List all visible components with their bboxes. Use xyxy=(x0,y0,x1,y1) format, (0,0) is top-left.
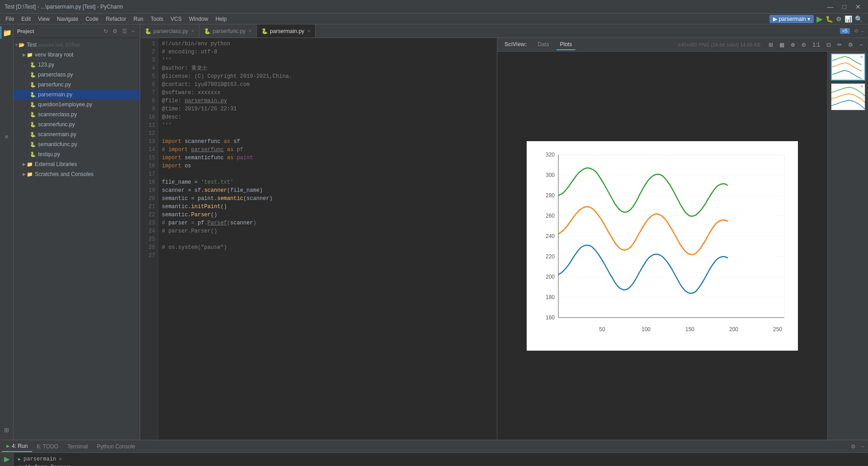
fit-btn[interactable]: ⊡ xyxy=(825,41,833,49)
table-btn[interactable]: ▦ xyxy=(778,41,786,49)
thumb-close-1[interactable]: ✕ xyxy=(860,55,863,59)
tab-parserclass[interactable]: 🐍 parserclass.py ✕ xyxy=(140,24,199,38)
tree-root-test[interactable]: ▾ 📂 Test sources root, D:\Test xyxy=(14,40,140,50)
grid-view-btn[interactable]: ⊞ xyxy=(767,41,775,49)
tab-close-parserclass[interactable]: ✕ xyxy=(191,29,194,33)
menu-tools[interactable]: Tools xyxy=(147,15,167,23)
close-btn[interactable]: ✕ xyxy=(853,3,863,10)
tree-parsermain[interactable]: 🐍 parsermain.py xyxy=(14,90,140,100)
tree-external-libs[interactable]: ▶ 📁 External Libraries xyxy=(14,159,140,169)
code-editor[interactable]: 1234567891011121314151617181920212223242… xyxy=(140,38,497,440)
menu-vcs[interactable]: VCS xyxy=(167,15,185,23)
bottom-minimize-btn[interactable]: − xyxy=(859,442,866,451)
tab-close-parserfunc[interactable]: ✕ xyxy=(248,29,252,33)
activity-bottom-icon[interactable]: ⊞ xyxy=(0,423,13,436)
bottom-settings-btn[interactable]: ⚙ xyxy=(849,442,858,451)
svg-text:200: 200 xyxy=(546,274,555,280)
tree-testqu[interactable]: 🐍 testqu.py xyxy=(14,149,140,159)
run-tab-close[interactable]: ✕ xyxy=(59,456,62,462)
code-lines-area: 1234567891011121314151617181920212223242… xyxy=(140,38,497,440)
svg-text:220: 220 xyxy=(546,253,555,260)
sidebar-actions: ↻ ⚙ ☰ − xyxy=(102,28,136,35)
tree-label-parserfunc: parserfunc.py xyxy=(38,81,71,88)
tab-parsermain[interactable]: 🐍 parsermain.py ✕ xyxy=(257,24,316,38)
run-play-btn[interactable]: ▶ xyxy=(4,455,9,463)
settings-icon[interactable]: ⚙ xyxy=(853,28,860,34)
menu-code[interactable]: Code xyxy=(82,15,102,23)
editor-area: 🐍 parserclass.py ✕ 🐍 parserfunc.py ✕ 🐍 p… xyxy=(140,24,868,440)
tab-parserfunc[interactable]: 🐍 parserfunc.py ✕ xyxy=(199,24,257,38)
menu-edit[interactable]: Edit xyxy=(18,15,34,23)
menu-file[interactable]: File xyxy=(2,15,18,23)
run-output: ▶ parsermain ✕ exit from Parser Process … xyxy=(14,453,868,466)
code-content[interactable]: #!/usr/bin/env python # encoding: utf-8 … xyxy=(158,38,497,440)
tree-label-scannerfunc: scannerfunc.py xyxy=(38,121,75,128)
menu-help[interactable]: Help xyxy=(212,15,231,23)
activity-structure-icon[interactable]: ≡ xyxy=(0,130,13,143)
bottom-tab-python-label: Python Console xyxy=(97,443,135,450)
chart-thumbnail-1[interactable]: ✕ xyxy=(831,53,865,81)
sidebar-refresh-btn[interactable]: ↻ xyxy=(102,28,109,35)
svg-text:160: 160 xyxy=(546,314,555,321)
tree-semanticfunc[interactable]: 🐍 semanticfunc.py xyxy=(14,139,140,149)
editor-minimize-icon[interactable]: − xyxy=(860,29,865,34)
editor-content-split: 1234567891011121314151617181920212223242… xyxy=(140,38,868,440)
tree-scratches[interactable]: ▶ 📁 Scratches and Consoles xyxy=(14,169,140,179)
menu-window[interactable]: Window xyxy=(185,15,212,23)
menu-refactor[interactable]: Refactor xyxy=(102,15,130,23)
sidebar-header: Project ↻ ⚙ ☰ − xyxy=(14,24,140,38)
bottom-tab-terminal[interactable]: Terminal xyxy=(63,442,92,452)
tree-scannerclass[interactable]: 🐍 scannerclass.py xyxy=(14,109,140,119)
tab-close-parsermain[interactable]: ✕ xyxy=(307,29,311,33)
color-picker-btn[interactable]: ✏ xyxy=(835,41,844,49)
tree-scannermain[interactable]: 🐍 scannermain.py xyxy=(14,129,140,139)
menu-navigate[interactable]: Navigate xyxy=(53,15,82,23)
tree-parserfunc[interactable]: 🐍 parserfunc.py xyxy=(14,80,140,90)
svg-text:150: 150 xyxy=(685,326,694,333)
tree-label-parserclass: parserclass.py xyxy=(38,71,73,78)
thumb-close-2[interactable]: ✕ xyxy=(860,84,864,89)
coverage-button[interactable]: ⚙ xyxy=(836,15,842,23)
chart-thumbnail-2[interactable]: ✕ xyxy=(831,83,865,110)
run-tab-icon: ▶ xyxy=(6,443,10,448)
debug-button[interactable]: 🐛 xyxy=(826,15,833,23)
zoom-out-btn[interactable]: ⊖ xyxy=(800,41,808,49)
svg-text:100: 100 xyxy=(642,326,651,333)
zoom-100-btn[interactable]: 1:1 xyxy=(811,41,822,49)
tree-label-test: Test sources root, D:\Test xyxy=(27,42,80,48)
tree-question1[interactable]: 🐍 question1employee.py xyxy=(14,100,140,109)
run-button[interactable]: ▶ xyxy=(816,14,823,24)
search-everywhere-button[interactable]: 🔍 xyxy=(855,15,863,23)
activity-project-icon[interactable]: 📁 xyxy=(0,26,13,39)
tree-scannerfunc[interactable]: 🐍 scannerfunc.py xyxy=(14,119,140,129)
run-config-selector[interactable]: ▶ parsermain ▾ xyxy=(769,15,814,23)
tree-parserclass[interactable]: 🐍 parserclass.py xyxy=(14,70,140,80)
sciview-settings-btn[interactable]: ⚙ xyxy=(846,41,855,49)
tree-arrow-scratches: ▶ xyxy=(23,172,26,176)
py-icon-semanticfunc: 🐍 xyxy=(30,142,36,147)
run-config-icon: ▶ xyxy=(18,456,21,462)
tree-venv[interactable]: ▶ 📁 venv library root xyxy=(14,50,140,60)
tree-123[interactable]: 🐍 123.py xyxy=(14,60,140,70)
minimize-btn[interactable]: — xyxy=(825,3,836,10)
svg-text:180: 180 xyxy=(546,294,555,300)
zoom-in-btn[interactable]: ⊕ xyxy=(789,41,797,49)
sciview-tab-data[interactable]: Data xyxy=(534,39,552,50)
bottom-tab-run[interactable]: ▶ 4: Run xyxy=(2,441,32,452)
menu-view[interactable]: View xyxy=(34,15,53,23)
tree-label-123: 123.py xyxy=(38,62,54,68)
sidebar-gear-btn[interactable]: ⚙ xyxy=(111,28,119,35)
bottom-tab-todo[interactable]: 6: TODO xyxy=(32,442,63,452)
svg-text:240: 240 xyxy=(546,233,555,239)
bookmark-badge: ≡5 xyxy=(840,28,849,34)
sciview-minimize-btn[interactable]: − xyxy=(858,41,864,49)
sidebar-layout-btn[interactable]: ☰ xyxy=(121,28,128,35)
sidebar-minimize-btn[interactable]: − xyxy=(130,28,136,35)
sciview-tab-plots[interactable]: Plots xyxy=(557,39,576,50)
maximize-btn[interactable]: □ xyxy=(840,3,849,10)
tab-icon-parserfunc: 🐍 xyxy=(204,28,211,34)
bottom-tab-python-console[interactable]: Python Console xyxy=(92,442,140,452)
profile-button[interactable]: 📊 xyxy=(844,15,852,23)
menu-run[interactable]: Run xyxy=(130,15,147,23)
app-title: Test [D:\Test] - ...\parsermain.py [Test… xyxy=(5,4,123,10)
